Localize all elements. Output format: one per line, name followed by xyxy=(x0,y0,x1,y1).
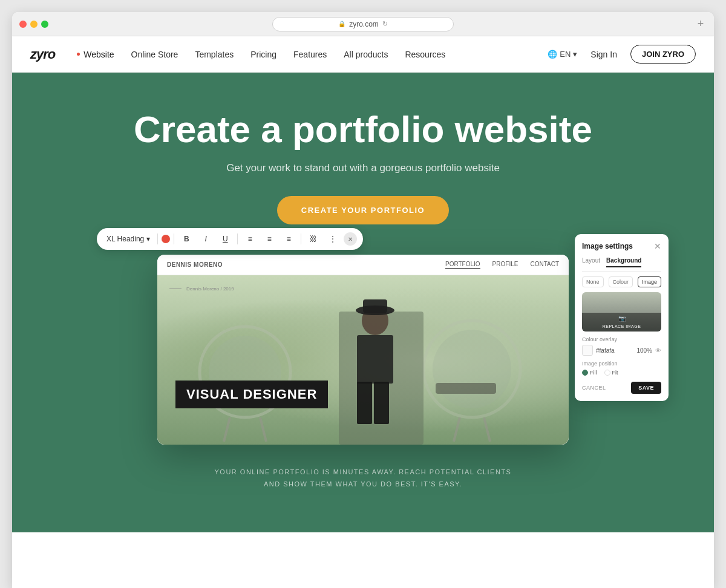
dropdown-arrow-icon: ▾ xyxy=(146,235,150,243)
radio-fit-label: Fit xyxy=(612,370,618,376)
toolbar-divider-2 xyxy=(174,234,174,244)
url-bar[interactable]: 🔒 zyro.com ↻ xyxy=(272,17,454,31)
toolbar-divider-1 xyxy=(157,234,158,244)
bg-options: None Colour Image xyxy=(582,276,661,287)
nav-links: Website Online Store Templates Pricing F… xyxy=(70,46,548,63)
mini-author-name: DENNIS MORENO xyxy=(167,261,223,268)
panel-tabs: Layout Background xyxy=(582,257,661,272)
navbar: zyro Website Online Store Templates Pric… xyxy=(12,36,714,73)
nav-label-website: Website xyxy=(83,50,114,59)
tab-background[interactable]: Background xyxy=(606,257,641,267)
overlay-text: VISUAL DESIGNER xyxy=(186,387,317,402)
colour-overlay-label: Colour overlay xyxy=(582,336,661,342)
radio-group-position: Fill Fit xyxy=(582,370,661,376)
mini-navbar: DENNIS MORENO PORTFOLIO PROFILE CONTACT xyxy=(157,255,569,275)
globe-icon: 🌐 xyxy=(548,50,557,59)
radio-fit[interactable]: Fit xyxy=(604,370,618,376)
colour-code[interactable]: #fafafa xyxy=(596,347,633,354)
bold-button[interactable]: B xyxy=(178,230,195,247)
lang-label: EN xyxy=(560,50,571,59)
nav-item-pricing[interactable]: Pricing xyxy=(243,46,284,63)
colour-overlay-row: #fafafa 100% 👁 xyxy=(582,345,661,356)
nav-label-pricing: Pricing xyxy=(250,50,276,59)
color-picker[interactable] xyxy=(162,235,170,243)
nav-right: 🌐 EN ▾ Sign In JOIN ZYRO xyxy=(548,45,696,64)
radio-fill-indicator xyxy=(582,370,588,376)
logo[interactable]: zyro xyxy=(30,47,55,62)
nav-item-features[interactable]: Features xyxy=(286,46,334,63)
join-button[interactable]: JOIN ZYRO xyxy=(630,45,696,64)
replace-image-overlay: 📷 REPLACE IMAGE xyxy=(582,313,661,332)
save-button[interactable]: SAVE xyxy=(631,382,661,394)
tagline-text: YOUR ONLINE PORTFOLIO IS MINUTES AWAY. R… xyxy=(215,466,512,491)
mini-browser: DENNIS MORENO PORTFOLIO PROFILE CONTACT … xyxy=(157,255,569,445)
panel-header: Image settings ✕ xyxy=(582,241,661,251)
nav-label-resources: Resources xyxy=(405,50,445,59)
cta-button[interactable]: CREATE YOUR PORTFOLIO xyxy=(277,196,449,224)
hero-section: Create a portfolio website Get your work… xyxy=(12,73,714,532)
refresh-icon: ↻ xyxy=(382,20,388,28)
chevron-down-icon: ▾ xyxy=(573,50,577,59)
mini-nav-contact[interactable]: CONTACT xyxy=(530,261,559,269)
close-window-button[interactable] xyxy=(19,21,27,28)
bg-option-none[interactable]: None xyxy=(582,276,604,287)
nav-label-features: Features xyxy=(293,50,327,59)
mini-nav-right: PORTFOLIO PROFILE CONTACT xyxy=(445,261,559,269)
mini-content: Dennis Moreno / 2019 xyxy=(157,275,569,445)
radio-fill-label: Fill xyxy=(590,370,597,376)
new-tab-button[interactable]: + xyxy=(695,18,707,30)
italic-button[interactable]: I xyxy=(197,230,214,247)
editor-preview: XL Heading ▾ B I U ≡ ≡ ≡ ⛓ ⋮ ✕ xyxy=(157,255,569,445)
mini-nav-portfolio[interactable]: PORTFOLIO xyxy=(445,261,480,269)
visual-designer-overlay: VISUAL DESIGNER xyxy=(175,381,328,408)
nav-item-online-store[interactable]: Online Store xyxy=(124,46,186,63)
nav-label-templates: Templates xyxy=(195,50,234,59)
active-dot xyxy=(77,53,80,56)
align-right-button[interactable]: ≡ xyxy=(280,230,297,247)
sign-in-button[interactable]: Sign In xyxy=(584,46,623,63)
heading-type-label: XL Heading xyxy=(106,235,144,243)
image-settings-panel: Image settings ✕ Layout Background None … xyxy=(575,234,669,401)
cancel-button[interactable]: CANCEL xyxy=(582,385,606,391)
eye-icon[interactable]: 👁 xyxy=(655,347,661,354)
panel-close-button[interactable]: ✕ xyxy=(654,241,661,251)
radio-fill[interactable]: Fill xyxy=(582,370,597,376)
more-options-button[interactable]: ⋮ xyxy=(324,230,341,247)
heading-type-select[interactable]: XL Heading ▾ xyxy=(103,232,154,246)
hero-tagline: YOUR ONLINE PORTFOLIO IS MINUTES AWAY. R… xyxy=(215,466,512,491)
maximize-window-button[interactable] xyxy=(41,21,48,28)
date-text: Dennis Moreno / 2019 xyxy=(186,286,234,292)
image-position-label: Image position xyxy=(582,361,661,367)
align-left-button[interactable]: ≡ xyxy=(241,230,258,247)
replace-image-label[interactable]: REPLACE IMAGE xyxy=(603,324,641,328)
tab-layout[interactable]: Layout xyxy=(582,257,600,267)
toolbar-close-button[interactable]: ✕ xyxy=(344,232,357,246)
text-toolbar: XL Heading ▾ B I U ≡ ≡ ≡ ⛓ ⋮ ✕ xyxy=(97,228,363,250)
underline-button[interactable]: U xyxy=(217,230,234,247)
nav-item-website[interactable]: Website xyxy=(70,46,121,63)
colour-percent: 100% xyxy=(636,347,652,354)
photo-background xyxy=(157,275,569,445)
browser-window: 🔒 zyro.com ↻ + zyro Website Online Store… xyxy=(12,12,714,588)
colour-swatch[interactable] xyxy=(582,345,593,356)
nav-item-templates[interactable]: Templates xyxy=(188,46,241,63)
nav-label-all-products: All products xyxy=(344,50,388,59)
link-button[interactable]: ⛓ xyxy=(305,230,322,247)
hero-title: Create a portfolio website xyxy=(134,109,592,150)
image-preview: 📷 REPLACE IMAGE xyxy=(582,292,661,332)
nav-item-all-products[interactable]: All products xyxy=(336,46,395,63)
lock-icon: 🔒 xyxy=(338,21,345,27)
mini-nav-profile[interactable]: PROFILE xyxy=(492,261,518,269)
minimize-window-button[interactable] xyxy=(30,21,38,28)
align-center-button[interactable]: ≡ xyxy=(261,230,278,247)
panel-footer: CANCEL SAVE xyxy=(582,382,661,394)
toolbar-divider-4 xyxy=(301,234,301,244)
camera-icon: 📷 xyxy=(582,315,661,322)
toolbar-divider-3 xyxy=(237,234,238,244)
url-text: zyro.com xyxy=(349,20,379,28)
nav-item-resources[interactable]: Resources xyxy=(397,46,453,63)
lang-selector[interactable]: 🌐 EN ▾ xyxy=(548,50,577,59)
bg-option-colour[interactable]: Colour xyxy=(609,276,633,287)
bg-option-image[interactable]: Image xyxy=(638,276,661,287)
hero-subtitle: Get your work to stand out with a gorgeo… xyxy=(226,162,500,174)
